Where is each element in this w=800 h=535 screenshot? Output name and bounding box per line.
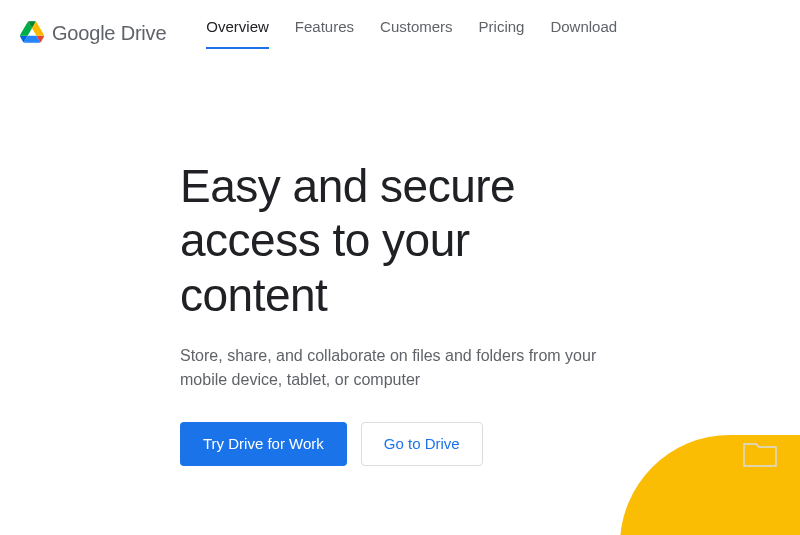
drive-logo-icon <box>20 21 44 47</box>
nav-pricing[interactable]: Pricing <box>479 18 525 49</box>
brand-name: Google Drive <box>52 22 166 45</box>
try-drive-for-work-button[interactable]: Try Drive for Work <box>180 422 347 466</box>
folder-outline-icon <box>742 438 778 472</box>
header: Google Drive Overview Features Customers… <box>0 0 800 49</box>
nav-customers[interactable]: Customers <box>380 18 453 49</box>
nav-download[interactable]: Download <box>550 18 617 49</box>
hero-buttons: Try Drive for Work Go to Drive <box>180 422 620 466</box>
go-to-drive-button[interactable]: Go to Drive <box>361 422 483 466</box>
hero-title: Easy and secure access to your content <box>180 159 620 322</box>
hero-subtitle: Store, share, and collaborate on files a… <box>180 344 620 392</box>
hero: Easy and secure access to your content S… <box>0 49 620 466</box>
brand[interactable]: Google Drive <box>20 21 166 47</box>
nav-features[interactable]: Features <box>295 18 354 49</box>
nav-overview[interactable]: Overview <box>206 18 269 49</box>
nav: Overview Features Customers Pricing Down… <box>206 18 617 49</box>
